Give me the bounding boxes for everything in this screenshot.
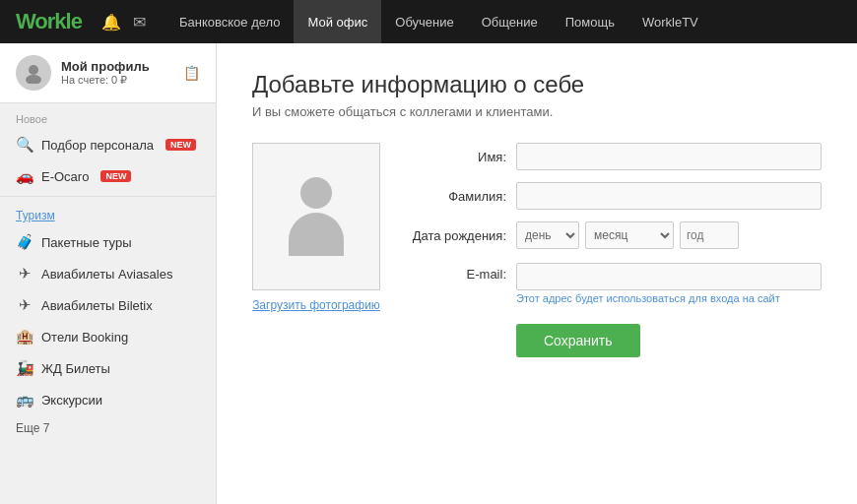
train-label: ЖД Билеты: [41, 361, 110, 376]
email-field-wrapper: Этот адрес будет использоваться для вход…: [516, 263, 822, 304]
edit-profile-icon[interactable]: 📋: [183, 65, 200, 81]
nav-links: Банковское дело Мой офис Обучение Общени…: [165, 0, 841, 43]
email-label: E-mail:: [408, 263, 506, 282]
dob-day-select[interactable]: день: [516, 221, 579, 249]
svg-point-1: [26, 75, 41, 84]
photo-section: Загрузить фотографию: [252, 143, 380, 357]
photo-upload-box[interactable]: [252, 143, 380, 290]
dob-month-select[interactable]: месяц: [585, 221, 674, 249]
content-area: Добавьте информацию о себе И вы сможете …: [217, 43, 857, 504]
sidebar-item-aviasales[interactable]: ✈ Авиабилеты Aviasales: [0, 258, 216, 289]
form-fields: Имя: Фамилия: Дата рождения: день: [408, 143, 822, 357]
notification-icon[interactable]: 🔔: [101, 13, 121, 32]
profile-balance: На счете: 0 ₽: [61, 74, 173, 87]
page-subtitle: И вы сможете общаться с коллегами и клие…: [252, 104, 822, 119]
sidebar-item-recruitment[interactable]: 🔍 Подбор персонала NEW: [0, 129, 216, 160]
profile-section[interactable]: Мой профиль На счете: 0 ₽ 📋: [0, 43, 216, 103]
person-head: [300, 177, 332, 209]
nav-link-workletv[interactable]: WorkleTV: [628, 0, 712, 43]
new-badge-recruitment: NEW: [165, 139, 196, 151]
nav-link-help[interactable]: Помощь: [552, 0, 628, 43]
save-button[interactable]: Сохранить: [516, 324, 640, 357]
name-input[interactable]: [516, 143, 822, 170]
name-label: Имя:: [408, 150, 506, 164]
email-input[interactable]: [516, 263, 822, 290]
dob-selects: день месяц: [516, 221, 822, 249]
profile-name: Мой профиль: [61, 59, 173, 74]
aviasales-label: Авиабилеты Aviasales: [41, 267, 172, 282]
sidebar-item-biletix[interactable]: ✈ Авиабилеты Biletix: [0, 289, 216, 321]
recruitment-label: Подбор персонала: [41, 138, 154, 153]
excursions-label: Экскурсии: [41, 393, 102, 408]
nav-link-myoffice[interactable]: Мой офис: [294, 0, 381, 43]
mail-icon[interactable]: ✉: [133, 13, 146, 32]
dob-label: Дата рождения:: [408, 228, 506, 243]
sidebar-item-booking[interactable]: 🏨 Отели Booking: [0, 321, 216, 352]
avatar: [16, 55, 51, 91]
surname-input[interactable]: [516, 182, 822, 210]
section-new-label: Новое: [0, 103, 216, 129]
surname-row: Фамилия:: [408, 182, 822, 210]
biletix-label: Авиабилеты Biletix: [41, 298, 153, 313]
logo-work: Work: [16, 9, 66, 33]
sidebar-divider: [0, 196, 216, 197]
top-nav: Workle 🔔 ✉ Банковское дело Мой офис Обуч…: [0, 0, 857, 43]
page-title: Добавьте информацию о себе: [252, 71, 822, 98]
profile-info: Мой профиль На счете: 0 ₽: [61, 59, 173, 87]
booking-label: Отели Booking: [41, 330, 128, 345]
package-tours-label: Пакетные туры: [41, 235, 132, 250]
dob-year-input[interactable]: [680, 221, 739, 249]
luggage-icon: 🧳: [16, 233, 33, 251]
person-placeholder-icon: [289, 177, 344, 256]
search-icon: 🔍: [16, 136, 33, 154]
nav-link-community[interactable]: Общение: [468, 0, 552, 43]
section-tourism-label[interactable]: Туризм: [0, 201, 216, 226]
svg-point-0: [29, 65, 38, 75]
sidebar-item-excursions[interactable]: 🚌 Экскурсии: [0, 384, 216, 415]
email-row: E-mail: Этот адрес будет использоваться …: [408, 261, 822, 304]
sidebar: Мой профиль На счете: 0 ₽ 📋 Новое 🔍 Подб…: [0, 43, 217, 504]
person-body: [289, 213, 344, 256]
main-layout: Мой профиль На счете: 0 ₽ 📋 Новое 🔍 Подб…: [0, 43, 857, 504]
email-hint: Этот адрес будет использоваться для вход…: [516, 292, 822, 304]
more-link[interactable]: Еще 7: [0, 415, 216, 441]
bus-icon: 🚌: [16, 391, 33, 409]
logo-le: le: [66, 9, 82, 33]
nav-icons: 🔔 ✉: [101, 13, 146, 32]
car-icon: 🚗: [16, 167, 33, 185]
surname-label: Фамилия:: [408, 189, 506, 204]
new-badge-eocaro: NEW: [100, 170, 131, 182]
sidebar-item-train[interactable]: 🚂 ЖД Билеты: [0, 352, 216, 384]
dob-row: Дата рождения: день месяц: [408, 221, 822, 249]
train-icon: 🚂: [16, 359, 33, 377]
eocaro-label: E-Ocaro: [41, 169, 89, 184]
nav-link-banking[interactable]: Банковское дело: [165, 0, 295, 43]
upload-photo-link[interactable]: Загрузить фотографию: [252, 298, 380, 312]
sidebar-item-eocaro[interactable]: 🚗 E-Ocaro NEW: [0, 160, 216, 192]
logo[interactable]: Workle: [16, 9, 82, 34]
nav-link-learning[interactable]: Обучение: [381, 0, 467, 43]
hotel-icon: 🏨: [16, 328, 33, 346]
form-layout: Загрузить фотографию Имя: Фамилия: Дата …: [252, 143, 822, 357]
sidebar-item-package-tours[interactable]: 🧳 Пакетные туры: [0, 226, 216, 258]
name-row: Имя:: [408, 143, 822, 170]
plane-icon-2: ✈: [16, 296, 33, 314]
plane-icon-1: ✈: [16, 265, 33, 283]
